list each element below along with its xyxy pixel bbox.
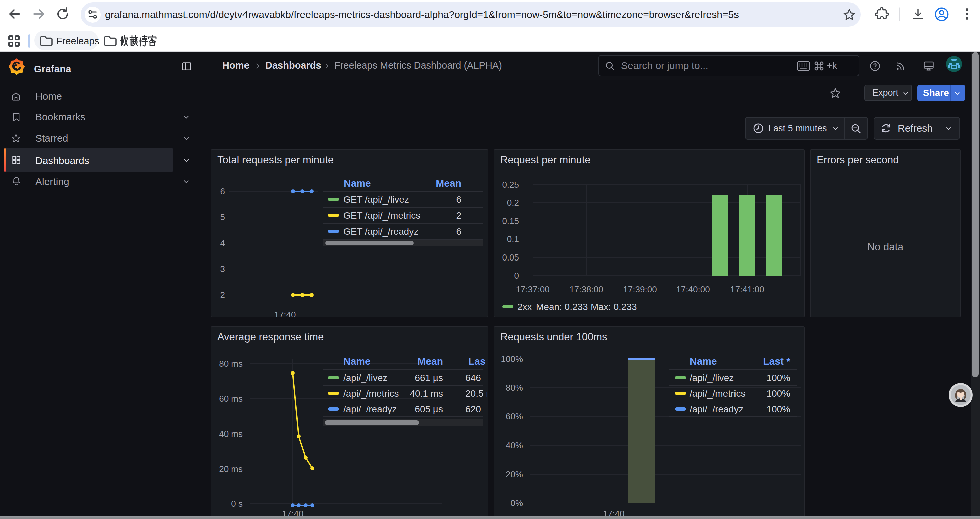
svg-text:GET /api/_/readyz: GET /api/_/readyz: [343, 227, 418, 237]
svg-text:80%: 80%: [506, 383, 523, 393]
svg-text:/api/_/readyz: /api/_/readyz: [343, 404, 396, 414]
svg-text:/api/_/metrics: /api/_/metrics: [690, 388, 746, 399]
svg-text:620: 620: [465, 404, 481, 414]
svg-text:80 ms: 80 ms: [219, 359, 243, 369]
svg-text:100%: 100%: [766, 388, 790, 399]
svg-text:17:39:00: 17:39:00: [623, 284, 657, 294]
svg-text:100%: 100%: [766, 373, 790, 383]
svg-text:646: 646: [465, 373, 481, 383]
svg-text:0.2: 0.2: [507, 198, 519, 208]
svg-text:60 ms: 60 ms: [219, 394, 243, 404]
svg-text:/api/_/readyz: /api/_/readyz: [690, 404, 743, 414]
svg-text:Las: Las: [468, 356, 486, 367]
svg-text:0%: 0%: [510, 498, 523, 508]
svg-text:661 µs: 661 µs: [415, 373, 443, 383]
svg-text:17:37:00: 17:37:00: [516, 284, 549, 294]
svg-text:17:38:00: 17:38:00: [570, 284, 603, 294]
svg-text:Name: Name: [344, 178, 371, 189]
svg-text:20 ms: 20 ms: [219, 464, 243, 474]
svg-text:GET /api/_/livez: GET /api/_/livez: [343, 194, 409, 205]
svg-text:0 s: 0 s: [231, 498, 243, 509]
svg-text:Mean: Mean: [436, 178, 461, 189]
svg-text:40%: 40%: [506, 440, 523, 450]
svg-text:20%: 20%: [506, 469, 523, 479]
svg-text:0.25: 0.25: [502, 180, 519, 190]
svg-text:20.5 r: 20.5 r: [465, 388, 487, 399]
svg-text:Name: Name: [343, 356, 371, 367]
svg-text:0: 0: [514, 270, 519, 281]
svg-text:0.1: 0.1: [507, 234, 519, 244]
svg-text:6: 6: [221, 186, 225, 196]
svg-text:Mean: 0.233: Mean: 0.233: [536, 302, 588, 312]
svg-text:/api/_/livez: /api/_/livez: [690, 373, 734, 383]
svg-text:6: 6: [456, 227, 461, 237]
svg-text:2xx: 2xx: [517, 302, 532, 312]
svg-text:100%: 100%: [766, 404, 790, 414]
svg-text:GET /api/_/metrics: GET /api/_/metrics: [343, 211, 420, 221]
svg-text:0.15: 0.15: [502, 216, 519, 226]
svg-text:6: 6: [456, 194, 461, 205]
svg-text:40 ms: 40 ms: [219, 429, 243, 439]
svg-text:3: 3: [221, 264, 225, 274]
svg-text:Last *: Last *: [763, 356, 790, 367]
svg-text:17:40: 17:40: [274, 310, 296, 317]
svg-text:17:40:00: 17:40:00: [676, 284, 710, 294]
svg-text:/api/_/metrics: /api/_/metrics: [343, 388, 399, 399]
svg-text:40.1 ms: 40.1 ms: [410, 388, 443, 399]
svg-text:0.05: 0.05: [502, 252, 519, 262]
svg-text:2: 2: [221, 290, 225, 300]
svg-text:4: 4: [221, 238, 225, 248]
svg-text:100%: 100%: [501, 354, 523, 364]
svg-text:17:41:00: 17:41:00: [730, 284, 764, 294]
svg-text:/api/_/livez: /api/_/livez: [343, 373, 387, 383]
svg-text:5: 5: [221, 212, 225, 222]
svg-text:2: 2: [456, 211, 461, 221]
svg-text:Max: 0.233: Max: 0.233: [591, 302, 637, 312]
svg-text:60%: 60%: [506, 412, 523, 422]
svg-text:605 µs: 605 µs: [415, 404, 443, 414]
svg-text:Mean: Mean: [417, 356, 443, 367]
svg-text:Name: Name: [690, 356, 717, 367]
